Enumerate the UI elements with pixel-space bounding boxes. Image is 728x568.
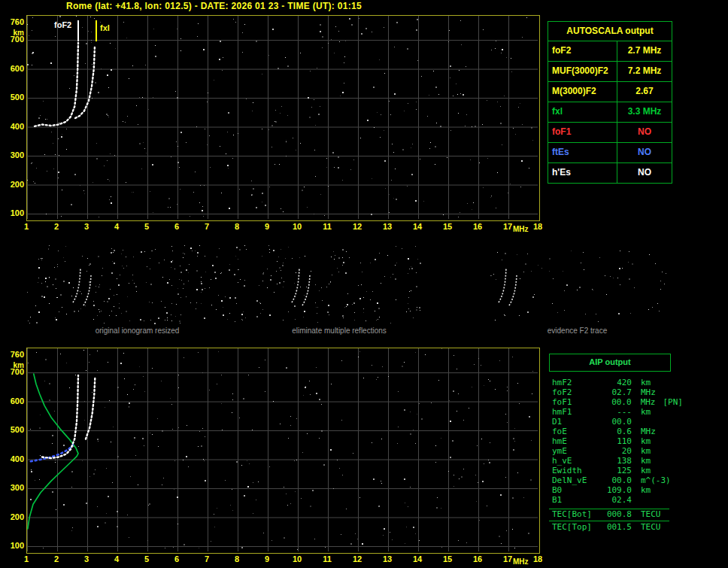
- aip-parameter-label: Ewidth: [549, 466, 600, 475]
- x-axis-tick-label: 9: [258, 222, 276, 231]
- x-axis-tick-label: 6: [168, 222, 186, 231]
- x-axis-tick-label: 3: [77, 222, 96, 231]
- x-axis-tick-label: 12: [348, 554, 366, 563]
- x-axis-tick-label: 4: [108, 554, 126, 563]
- aip-parameter-label: hmF1: [549, 407, 600, 417]
- y-axis-tick-label: 300: [3, 483, 24, 492]
- aip-parameter-value: 110: [600, 436, 632, 446]
- y-axis-unit-label: km: [3, 29, 24, 37]
- autoscala-parameter-label: ftEs: [548, 143, 617, 163]
- aip-parameter-unit: m^(-3): [632, 475, 671, 485]
- x-axis-tick-label: 17: [499, 554, 517, 563]
- aip-parameter-unit: km: [632, 485, 651, 495]
- aip-row: hmF1---km: [549, 407, 683, 417]
- aip-parameter-value: 00.0: [600, 397, 632, 407]
- autoscala-parameter-value: NO: [617, 143, 672, 163]
- aip-parameter-unit: km: [632, 466, 651, 475]
- x-axis-tick-label: 18: [529, 222, 547, 231]
- aip-row: DelN_vE00.0m^(-3): [549, 475, 683, 485]
- y-axis-tick-label: 760: [3, 17, 24, 26]
- aip-parameter-label: D1: [549, 417, 600, 427]
- aip-parameter-unit: [632, 417, 641, 427]
- autoscala-parameter-label: MUF(3000)F2: [548, 62, 617, 81]
- tec-unit: TECU: [632, 521, 661, 533]
- tec-label: TEC[Top]: [549, 521, 600, 533]
- y-axis-tick-label: 400: [3, 454, 24, 463]
- profile-plot: [26, 348, 540, 554]
- x-axis-unit-label: MHz: [513, 557, 529, 566]
- aip-parameter-unit: km: [632, 446, 651, 456]
- aip-parameter-label: B1: [549, 495, 600, 505]
- aip-parameter-label: foF2: [549, 387, 600, 397]
- aip-parameter-value: 20: [600, 446, 632, 456]
- y-axis-tick-label: 500: [3, 93, 24, 102]
- aip-parameter-value: 0.6: [600, 427, 632, 436]
- thumbnail-f2-canvas: [485, 245, 669, 325]
- x-axis-tick-label: 16: [469, 554, 487, 563]
- y-axis-tick-label: 700: [3, 367, 24, 376]
- y-axis-tick-label: 300: [3, 150, 24, 159]
- autoscala-parameter-label: foF2: [548, 41, 617, 61]
- x-axis-tick-label: 17: [499, 222, 517, 231]
- x-axis-tick-label: 15: [438, 554, 457, 563]
- x-axis-tick-label: 16: [469, 222, 487, 231]
- autoscala-row: foF22.7 MHz: [548, 41, 672, 61]
- ionogram-plot: foF2 fxl: [26, 15, 540, 221]
- aip-parameter-value: ---: [600, 407, 632, 417]
- x-axis-tick-label: 9: [258, 554, 276, 563]
- x-axis-tick-label: 7: [198, 554, 216, 563]
- thumbnail-reflections-canvas: [256, 245, 423, 325]
- aip-parameter-label: B0: [549, 485, 600, 495]
- aip-parameter-label: DelN_vE: [549, 475, 600, 485]
- aip-parameter-label: h_vE: [549, 456, 600, 466]
- y-axis-tick-label: 600: [3, 396, 24, 405]
- y-axis-unit-label: km: [3, 361, 24, 369]
- x-axis-tick-label: 10: [288, 222, 306, 231]
- autoscala-row: M(3000)F22.67: [548, 81, 672, 102]
- aip-row: hmE110km: [549, 436, 683, 446]
- y-axis-tick-label: 200: [3, 512, 24, 521]
- aip-parameter-flag: [PN]: [656, 397, 684, 407]
- station-header: Rome (lat: +41.8, lon: 012.5) - DATE: 20…: [66, 1, 362, 11]
- foF2-marker-label: foF2: [54, 20, 71, 29]
- profile-canvas: [27, 348, 538, 551]
- autoscala-table-rows: foF22.7 MHzMUF(3000)F27.2 MHzM(3000)F22.…: [548, 41, 672, 183]
- y-axis-tick-label: 100: [3, 541, 24, 550]
- aip-tec-row: TEC[Bot]000.8TECU: [549, 509, 669, 521]
- x-axis-tick-label: 6: [168, 554, 186, 563]
- x-axis-tick-label: 11: [318, 222, 336, 231]
- autoscala-parameter-value: NO: [617, 123, 672, 142]
- aip-row: B102.4: [549, 495, 683, 505]
- autoscala-parameter-value: 2.7 MHz: [617, 41, 672, 61]
- x-axis-tick-label: 14: [408, 554, 426, 563]
- aip-parameter-label: foF1: [549, 397, 600, 407]
- autoscala-app-window: Rome (lat: +41.8, lon: 012.5) - DATE: 20…: [0, 0, 728, 568]
- aip-row: foF202.7MHz: [549, 387, 683, 397]
- y-axis-tick-label: 500: [3, 425, 24, 434]
- tec-label: TEC[Bot]: [549, 509, 600, 521]
- x-axis-tick-label: 8: [228, 554, 246, 563]
- autoscala-row: h'EsNO: [548, 163, 672, 183]
- x-axis-tick-label: 4: [108, 222, 126, 231]
- aip-row: h_vE138km: [549, 456, 683, 466]
- thumbnail-f2-trace: [485, 245, 669, 325]
- x-axis-tick-label: 12: [348, 222, 366, 231]
- x-axis-tick-label: 5: [138, 554, 156, 563]
- tec-value: 000.8: [600, 509, 632, 521]
- x-axis-tick-label: 8: [228, 222, 246, 231]
- autoscala-parameter-label: h'Es: [548, 163, 617, 183]
- aip-parameter-label: hmF2: [549, 378, 600, 387]
- aip-parameter-unit: km: [632, 378, 651, 387]
- aip-parameter-label: foE: [549, 427, 600, 436]
- aip-parameter-value: 109.0: [600, 485, 632, 495]
- aip-row: hmF2420km: [549, 378, 683, 387]
- y-axis-tick-label: 200: [3, 180, 24, 189]
- aip-row: foF100.0MHz[PN]: [549, 397, 683, 407]
- aip-row: ymE20km: [549, 446, 683, 456]
- thumbnail-original-ionogram: [26, 245, 248, 325]
- aip-parameter-value: 125: [600, 466, 632, 475]
- y-axis-tick-label: 400: [3, 122, 24, 131]
- x-axis-tick-label: 1: [17, 554, 35, 563]
- aip-parameter-value: 02.4: [600, 495, 632, 505]
- thumbnail-multiple-reflections: [256, 245, 423, 325]
